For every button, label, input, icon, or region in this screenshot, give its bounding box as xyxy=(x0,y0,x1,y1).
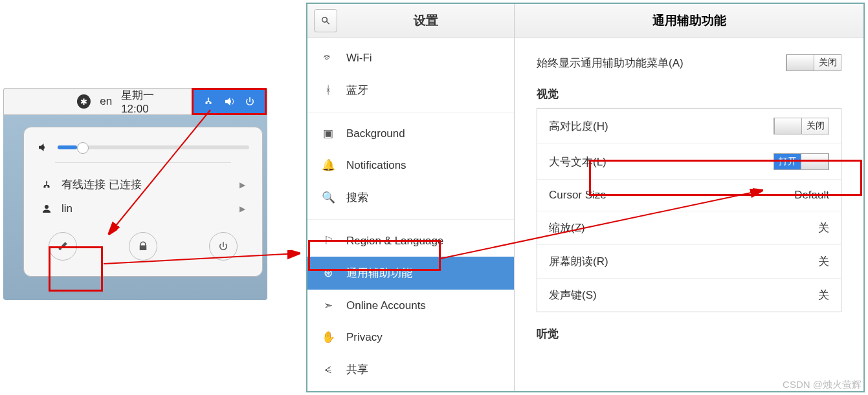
wired-connection-item[interactable]: 有线连接 已连接 ▶ xyxy=(37,172,249,197)
watermark: CSDN @烛火萤辉 xyxy=(783,379,862,391)
volume-icon xyxy=(223,96,235,107)
volume-slider[interactable] xyxy=(58,145,249,149)
bluetooth-icon: ᚼ xyxy=(322,84,335,97)
power-icon xyxy=(244,96,256,107)
always-show-label: 始终显示通用辅助功能菜单(A) xyxy=(537,56,684,70)
share-icon: ⪪ xyxy=(322,363,335,376)
screen-reader-label: 屏幕朗读(R) xyxy=(549,254,608,269)
sound-keys-row[interactable]: 发声键(S) 关 xyxy=(537,279,841,312)
action-button-row xyxy=(37,232,249,261)
power-button[interactable] xyxy=(209,232,238,261)
network-icon xyxy=(203,96,214,107)
settings-window: 设置 ᯤWi-Fi ᚼ蓝牙 ▣Background 🔔Notifications… xyxy=(306,3,865,392)
hand-icon: ✋ xyxy=(322,330,335,344)
visual-options-box: 高对比度(H) 关闭 大号文本(L) 打开 Cursor Size Defaul xyxy=(537,108,841,312)
accessibility-icon[interactable]: ✱ xyxy=(77,94,91,109)
sound-keys-value: 关 xyxy=(818,288,829,303)
settings-content: 通用辅助功能 始终显示通用辅助功能菜单(A) 关闭 视觉 高对比度(H) 关闭 xyxy=(515,4,863,391)
high-contrast-switch[interactable]: 关闭 xyxy=(773,118,829,134)
sidebar-item-region[interactable]: ⚐Region & Language xyxy=(307,225,514,257)
cursor-size-row[interactable]: Cursor Size Default xyxy=(537,180,841,211)
large-text-label: 大号文本(L) xyxy=(549,155,606,169)
screen-reader-value: 关 xyxy=(818,254,829,269)
input-language[interactable]: en xyxy=(100,95,112,108)
sidebar-item-background[interactable]: ▣Background xyxy=(307,118,514,149)
tools-icon xyxy=(57,240,69,252)
cursor-size-value: Default xyxy=(794,189,829,202)
accounts-icon: ➣ xyxy=(322,299,335,312)
system-tray[interactable] xyxy=(192,88,267,115)
search-button[interactable] xyxy=(314,9,337,32)
background-icon: ▣ xyxy=(322,127,335,140)
lock-button[interactable] xyxy=(129,232,157,261)
sound-keys-label: 发声键(S) xyxy=(549,288,597,303)
sidebar-item-accessibility[interactable]: ⊛通用辅助功能 xyxy=(307,257,514,290)
volume-row xyxy=(37,142,249,153)
sidebar-item-notifications[interactable]: 🔔Notifications xyxy=(307,149,514,181)
zoom-value: 关 xyxy=(818,220,829,235)
zoom-label: 缩放(Z) xyxy=(549,220,585,235)
user-icon xyxy=(41,203,52,215)
always-show-row: 始终显示通用辅助功能菜单(A) 关闭 xyxy=(537,54,841,71)
wired-connection-label: 有线连接 已连接 xyxy=(61,177,142,192)
accessibility-icon: ⊛ xyxy=(322,266,335,280)
chevron-right-icon: ▶ xyxy=(239,204,245,213)
sidebar-header: 设置 xyxy=(307,4,514,37)
sidebar-item-wifi[interactable]: ᯤWi-Fi xyxy=(307,43,514,74)
sidebar-item-sharing[interactable]: ⪪共享 xyxy=(307,353,514,386)
switch-off-label: 关闭 xyxy=(814,55,841,70)
clock-label[interactable]: 星期一 12:00 xyxy=(121,88,183,116)
sidebar-item-privacy[interactable]: ✋Privacy xyxy=(307,321,514,353)
settings-button[interactable] xyxy=(49,232,77,261)
switch-knob xyxy=(786,55,814,70)
section-hearing-title: 听觉 xyxy=(537,326,841,341)
wifi-icon: ᯤ xyxy=(322,52,335,65)
always-show-switch[interactable]: 关闭 xyxy=(786,54,841,71)
high-contrast-row[interactable]: 高对比度(H) 关闭 xyxy=(537,109,841,144)
cursor-size-label: Cursor Size xyxy=(549,189,606,202)
system-menu-popup: 有线连接 已连接 ▶ lin ▶ xyxy=(23,127,263,277)
content-body: 始终显示通用辅助功能菜单(A) 关闭 视觉 高对比度(H) 关闭 大号文本(L) xyxy=(515,37,863,391)
power-icon xyxy=(217,240,229,252)
separator xyxy=(55,162,231,163)
content-title: 通用辅助功能 xyxy=(515,4,863,37)
user-item[interactable]: lin ▶ xyxy=(37,197,249,220)
search-icon: 🔍 xyxy=(322,191,335,204)
top-panel: ✱ en 星期一 12:00 xyxy=(3,88,267,115)
bell-icon: 🔔 xyxy=(322,158,335,172)
sidebar-item-bluetooth[interactable]: ᚼ蓝牙 xyxy=(307,74,514,107)
settings-sidebar: 设置 ᯤWi-Fi ᚼ蓝牙 ▣Background 🔔Notifications… xyxy=(307,4,515,391)
sidebar-title: 设置 xyxy=(337,12,514,29)
user-label: lin xyxy=(61,202,72,215)
chevron-right-icon: ▶ xyxy=(239,180,245,189)
screen-reader-row[interactable]: 屏幕朗读(R) 关 xyxy=(537,245,841,279)
large-text-switch[interactable]: 打开 xyxy=(773,153,829,170)
sidebar-item-search[interactable]: 🔍搜索 xyxy=(307,181,514,214)
search-icon xyxy=(320,15,331,27)
sidebar-item-online-accounts[interactable]: ➣Online Accounts xyxy=(307,290,514,321)
speaker-icon xyxy=(37,142,49,153)
flag-icon: ⚐ xyxy=(322,234,335,248)
high-contrast-label: 高对比度(H) xyxy=(549,119,608,134)
wired-icon xyxy=(41,179,52,191)
lock-icon xyxy=(137,240,149,252)
sidebar-list: ᯤWi-Fi ᚼ蓝牙 ▣Background 🔔Notifications 🔍搜… xyxy=(307,37,514,391)
large-text-row[interactable]: 大号文本(L) 打开 xyxy=(537,144,841,180)
zoom-row[interactable]: 缩放(Z) 关 xyxy=(537,211,841,245)
section-visual-title: 视觉 xyxy=(537,87,841,101)
